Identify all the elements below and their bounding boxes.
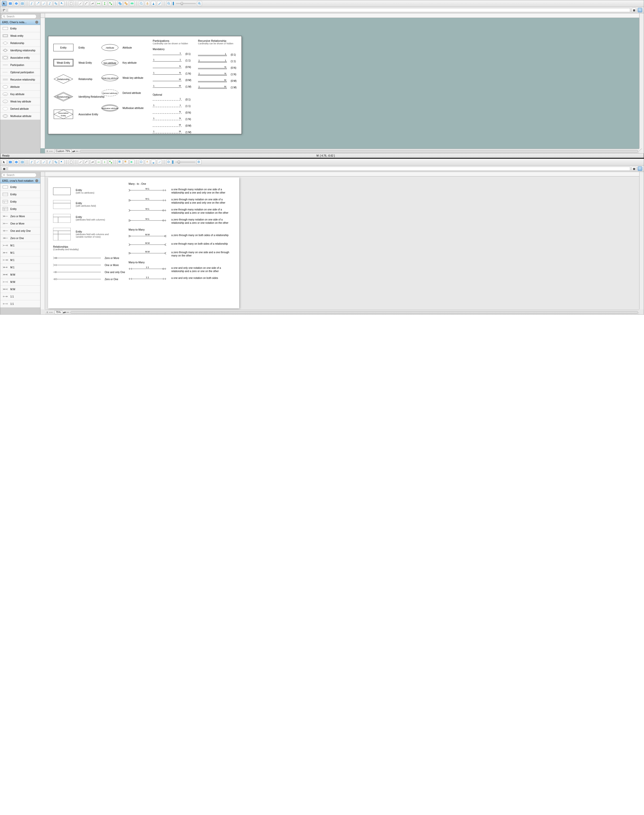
group-tool[interactable] xyxy=(118,160,123,165)
tree-view-btn[interactable]: ▦ xyxy=(2,166,6,171)
scrollbar-v[interactable] xyxy=(639,172,644,309)
palette-item[interactable]: M:1 xyxy=(0,264,40,271)
palette-item[interactable]: Weak key attribute xyxy=(0,98,40,105)
dims-tool[interactable] xyxy=(96,1,101,6)
scrollbar-h[interactable] xyxy=(71,311,638,314)
zoom-slider-blue[interactable] xyxy=(173,2,174,5)
zoom-slider[interactable] xyxy=(175,161,195,163)
connector-5[interactable] xyxy=(53,1,58,6)
entity-cols[interactable] xyxy=(53,214,71,223)
oo-row[interactable]: 1:1 a one and only one notation on both … xyxy=(129,276,234,281)
zoom-level[interactable]: 75% xyxy=(55,311,62,314)
select-tool[interactable] xyxy=(2,160,7,165)
m1-row[interactable]: M:1 a one through many notation on one s… xyxy=(129,188,234,194)
palette-item[interactable]: Entity xyxy=(0,198,40,205)
palette-item[interactable]: M:1 xyxy=(0,257,40,264)
m1-row[interactable]: M:1 a zero through many notation on one … xyxy=(129,218,234,225)
grid-view-btn[interactable]: ▦ xyxy=(632,166,636,171)
participation-row[interactable]: N (0:N) xyxy=(153,109,194,116)
eyedropper-tool[interactable] xyxy=(157,160,162,165)
connector-6[interactable] xyxy=(59,1,64,6)
zoom-out[interactable] xyxy=(166,1,171,6)
ellipse-tool[interactable] xyxy=(14,1,19,6)
line-tool[interactable] xyxy=(78,1,83,6)
palette-item[interactable]: Multivalue attribute xyxy=(0,112,40,120)
pan-tool[interactable] xyxy=(145,160,150,165)
rel-row[interactable]: Zero or More xyxy=(53,254,127,261)
palette-item[interactable]: Entity xyxy=(0,25,40,32)
entity-attr[interactable] xyxy=(53,200,71,209)
palette-item[interactable]: 1:1 xyxy=(0,293,40,300)
palette-item[interactable]: Weak entity xyxy=(0,32,40,40)
participation-row[interactable]: M (0:M) xyxy=(153,122,194,129)
participation-row[interactable]: 11 (1:1) xyxy=(153,57,194,64)
tree-view-btn[interactable] xyxy=(2,8,6,12)
zoom-slider-blue[interactable] xyxy=(172,160,173,164)
select-tool[interactable] xyxy=(2,1,7,6)
m1-row[interactable]: M:1 a one through many notation on one s… xyxy=(129,208,234,214)
participation-row[interactable]: 1N (1:N) xyxy=(198,71,239,77)
palette-item[interactable]: Relationship xyxy=(0,40,40,47)
ungroup-tool[interactable] xyxy=(124,160,129,165)
palette-item[interactable]: Zero or One xyxy=(0,235,40,242)
participation-row[interactable]: M (0:M) xyxy=(198,77,239,84)
participation-row[interactable]: 11 (1:1) xyxy=(198,58,239,65)
arrange-tool[interactable] xyxy=(130,1,135,6)
vdims-tool[interactable] xyxy=(102,160,107,165)
palette-item[interactable]: Attribute xyxy=(0,83,40,91)
connect-tool[interactable] xyxy=(108,160,113,165)
shape-identifying[interactable]: Relationship xyxy=(53,92,74,101)
ellipse-tool[interactable] xyxy=(14,160,19,165)
palette-item[interactable]: M:1 xyxy=(0,242,40,249)
zoom-level[interactable]: Custom 79% xyxy=(55,149,71,153)
zoom-slider[interactable] xyxy=(176,3,196,4)
palette-header[interactable]: ERD, Chen's nota... xyxy=(0,20,40,25)
grid-view-btn[interactable]: ▦ xyxy=(632,8,636,12)
palette-item[interactable]: Entity xyxy=(0,205,40,213)
palette-header-2[interactable]: ERD, crow's foot notation xyxy=(0,178,40,183)
mm-row[interactable]: M:M a zero through many on both sides of… xyxy=(129,234,234,238)
connector-4[interactable] xyxy=(47,1,52,6)
zoom-out[interactable] xyxy=(166,160,171,165)
mm-row[interactable]: M:M a zero through many on one side and … xyxy=(129,251,234,257)
eyedropper-tool[interactable] xyxy=(157,1,162,6)
palette-item[interactable]: Entity xyxy=(0,191,40,198)
zoom-fit[interactable] xyxy=(139,160,144,165)
palette-item[interactable]: M:M xyxy=(0,271,40,278)
scrollbar-v[interactable] xyxy=(639,13,644,148)
rel-row[interactable]: One or More xyxy=(53,261,127,269)
arc-tool[interactable] xyxy=(84,1,89,6)
palette-item[interactable]: Key attribute xyxy=(0,91,40,98)
participation-row[interactable]: 1N (1:N) xyxy=(153,116,194,122)
connector-1[interactable] xyxy=(29,1,34,6)
stamp-tool[interactable] xyxy=(151,160,156,165)
shape-associative[interactable]: AssociativeEntity xyxy=(53,109,74,119)
oo-row[interactable]: 1:1 a one and only one notation on one s… xyxy=(129,266,234,273)
stamp-tool[interactable] xyxy=(151,1,156,6)
palette-item[interactable]: One or More xyxy=(0,220,40,227)
connect-tool[interactable] xyxy=(108,1,113,6)
connector-2[interactable] xyxy=(35,1,40,6)
palette-item[interactable]: Zero or More xyxy=(0,213,40,220)
palette-item[interactable]: M:M xyxy=(0,278,40,286)
palette-item[interactable]: Optional participation xyxy=(0,69,40,76)
palette-item[interactable]: M:1 xyxy=(0,249,40,257)
vdims-tool[interactable] xyxy=(102,1,107,6)
entity-rows[interactable] xyxy=(53,228,71,240)
search-input[interactable]: Search xyxy=(1,14,37,18)
shape-relationship[interactable]: Relationship xyxy=(53,74,74,84)
participation-row[interactable]: 1M (1:M) xyxy=(153,83,194,90)
participation-row[interactable]: N (0:N) xyxy=(153,64,194,70)
palette-item[interactable]: 1:1 xyxy=(0,300,40,308)
connector-5[interactable] xyxy=(53,160,58,165)
poly-tool[interactable] xyxy=(90,160,95,165)
rel-row[interactable]: Zero or One xyxy=(53,275,127,283)
participation-row[interactable]: 1 (0:1) xyxy=(153,51,194,57)
m1-row[interactable]: M:1 a zero through many notation on one … xyxy=(129,198,234,205)
participation-row[interactable]: N (0:N) xyxy=(198,65,239,71)
zoom-in[interactable] xyxy=(197,1,202,6)
participation-row[interactable]: 1 (0:1) xyxy=(198,51,239,58)
palette-item[interactable]: Identifying relationship xyxy=(0,47,40,54)
rel-row[interactable]: One and only One xyxy=(53,269,127,275)
connector-4[interactable] xyxy=(47,160,52,165)
